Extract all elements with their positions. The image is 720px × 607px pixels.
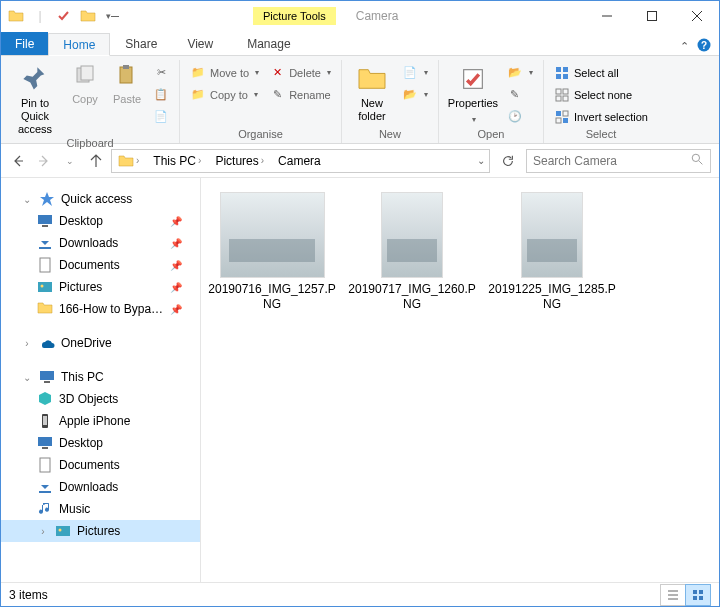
cut-icon: ✂ — [153, 65, 169, 81]
title-bar: | ▾ Picture Tools Camera — [1, 1, 719, 31]
file-name: 20191225_IMG_1285.PNG — [487, 282, 617, 312]
tab-manage[interactable]: Manage — [232, 32, 305, 55]
svg-rect-15 — [563, 96, 568, 101]
thumbnails-view-button[interactable] — [685, 584, 711, 606]
select-all-icon — [554, 65, 570, 81]
refresh-button[interactable] — [496, 149, 520, 173]
qat-properties-icon[interactable] — [53, 5, 75, 27]
copy-path-button[interactable]: 📋 — [149, 84, 173, 105]
history-button[interactable]: 🕑 — [503, 106, 537, 127]
content-area[interactable]: 20190716_IMG_1257.PNG 20190717_IMG_1260.… — [201, 178, 719, 582]
collapse-ribbon-button[interactable]: ⌃ — [680, 40, 689, 53]
easy-access-button[interactable]: 📂▾ — [398, 84, 432, 105]
downloads-icon — [37, 235, 53, 251]
nav-documents[interactable]: Documents📌 — [1, 254, 200, 276]
address-root-icon[interactable]: › — [112, 150, 147, 172]
pictures-icon — [37, 279, 53, 295]
navigation-pane[interactable]: ⌄Quick access Desktop📌 Downloads📌 Docume… — [1, 178, 201, 582]
nav-this-pc[interactable]: ⌄This PC — [1, 366, 200, 388]
open-icon: 📂 — [507, 65, 523, 81]
forward-button[interactable] — [35, 152, 53, 170]
nav-downloads[interactable]: Downloads📌 — [1, 232, 200, 254]
new-item-icon: 📄 — [402, 65, 418, 81]
nav-3d-objects[interactable]: 3D Objects — [1, 388, 200, 410]
svg-rect-33 — [56, 526, 70, 536]
select-none-button[interactable]: Select none — [550, 84, 652, 105]
delete-button[interactable]: ✕Delete▾ — [265, 62, 335, 83]
address-seg-thispc[interactable]: This PC› — [147, 150, 209, 172]
tab-share[interactable]: Share — [110, 32, 172, 55]
pin-to-quick-access-button[interactable]: Pin to Quick access — [7, 60, 63, 136]
copy-to-icon: 📁 — [190, 87, 206, 103]
nav-onedrive[interactable]: ›OneDrive — [1, 332, 200, 354]
edit-button[interactable]: ✎ — [503, 84, 537, 105]
search-input[interactable] — [533, 154, 691, 168]
edit-icon: ✎ — [507, 87, 523, 103]
address-seg-pictures[interactable]: Pictures› — [209, 150, 272, 172]
copy-path-icon: 📋 — [153, 87, 169, 103]
tab-view[interactable]: View — [172, 32, 228, 55]
select-all-button[interactable]: Select all — [550, 62, 652, 83]
move-to-button[interactable]: 📁Move to▾ — [186, 62, 263, 83]
tab-file[interactable]: File — [1, 32, 48, 55]
tab-home[interactable]: Home — [48, 33, 110, 56]
svg-rect-12 — [556, 89, 561, 94]
open-button[interactable]: 📂▾ — [503, 62, 537, 83]
nav-downloads-2[interactable]: Downloads — [1, 476, 200, 498]
recent-locations-button[interactable]: ⌄ — [61, 152, 79, 170]
svg-rect-19 — [563, 118, 568, 123]
move-icon: 📁 — [190, 65, 206, 81]
pin-icon — [19, 64, 51, 94]
easy-access-icon: 📂 — [402, 87, 418, 103]
file-item[interactable]: 20190716_IMG_1257.PNG — [207, 192, 337, 312]
file-item[interactable]: 20190717_IMG_1260.PNG — [347, 192, 477, 312]
properties-button[interactable]: Properties▾ — [445, 60, 501, 127]
cut-button[interactable]: ✂ — [149, 62, 173, 83]
svg-rect-32 — [40, 458, 50, 472]
nav-pictures-2[interactable]: ›Pictures — [1, 520, 200, 542]
nav-quick-access[interactable]: ⌄Quick access — [1, 188, 200, 210]
address-seg-camera[interactable]: Camera — [272, 150, 327, 172]
svg-point-25 — [41, 285, 44, 288]
nav-pictures[interactable]: Pictures📌 — [1, 276, 200, 298]
contextual-tab-header: Picture Tools — [253, 1, 336, 31]
svg-rect-26 — [40, 371, 54, 380]
rename-button[interactable]: ✎Rename — [265, 84, 335, 105]
new-item-button[interactable]: 📄▾ — [398, 62, 432, 83]
nav-desktop-2[interactable]: Desktop — [1, 432, 200, 454]
svg-rect-37 — [693, 596, 697, 600]
nav-iphone[interactable]: Apple iPhone — [1, 410, 200, 432]
invert-selection-button[interactable]: Invert selection — [550, 106, 652, 127]
maximize-button[interactable] — [629, 1, 674, 31]
file-item[interactable]: 20191225_IMG_1285.PNG — [487, 192, 617, 312]
nav-music[interactable]: Music — [1, 498, 200, 520]
paste-button[interactable]: Paste — [107, 60, 147, 136]
copy-to-button[interactable]: 📁Copy to▾ — [186, 84, 263, 105]
svg-rect-35 — [693, 590, 697, 594]
up-button[interactable] — [87, 152, 105, 170]
folder-icon-2 — [77, 5, 99, 27]
paste-shortcut-button[interactable]: 📄 — [149, 106, 173, 127]
back-button[interactable] — [9, 152, 27, 170]
help-button[interactable]: ? — [697, 38, 711, 55]
nav-desktop[interactable]: Desktop📌 — [1, 210, 200, 232]
paste-icon — [115, 64, 139, 91]
nav-documents-2[interactable]: Documents — [1, 454, 200, 476]
svg-rect-17 — [563, 111, 568, 116]
nav-custom-folder[interactable]: 166-How to Bypass You📌 — [1, 298, 200, 320]
new-folder-button[interactable]: New folder — [348, 60, 396, 127]
qat-dropdown[interactable]: ▾ — [101, 5, 123, 27]
copy-button[interactable]: Copy — [65, 60, 105, 136]
documents-icon — [37, 457, 53, 473]
pin-icon: 📌 — [170, 304, 182, 315]
navigation-row: ⌄ › This PC› Pictures› Camera ⌄ — [1, 144, 719, 178]
ribbon-tabs: File Home Share View Manage ⌃ ? — [1, 31, 719, 56]
details-view-button[interactable] — [660, 584, 686, 606]
close-button[interactable] — [674, 1, 719, 31]
address-dropdown[interactable]: ⌄ — [477, 155, 485, 166]
minimize-button[interactable] — [584, 1, 629, 31]
address-bar[interactable]: › This PC› Pictures› Camera ⌄ — [111, 149, 490, 173]
search-box[interactable] — [526, 149, 711, 173]
downloads-icon — [37, 479, 53, 495]
pictures-icon — [55, 523, 71, 539]
